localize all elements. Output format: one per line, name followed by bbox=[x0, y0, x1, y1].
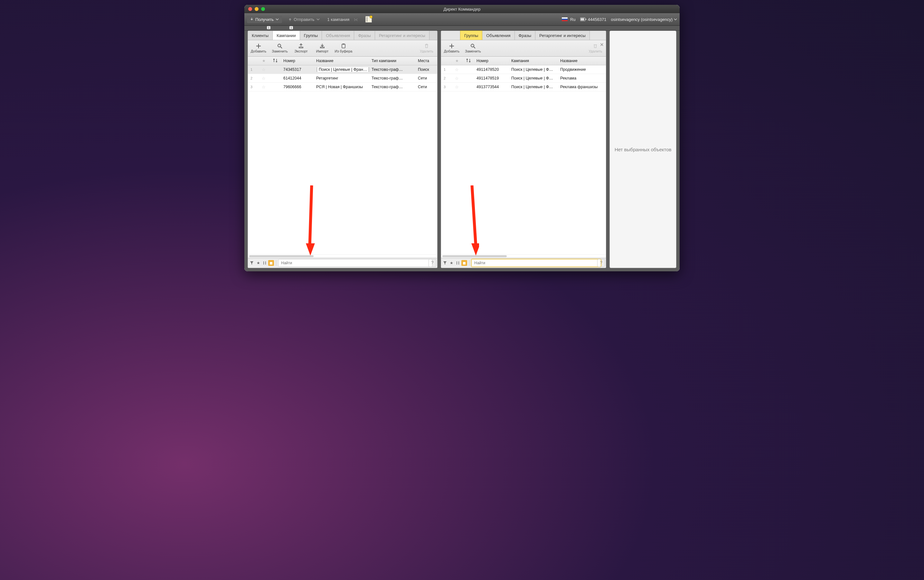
import-button[interactable]: Импорт bbox=[312, 43, 333, 53]
col-name[interactable]: Название bbox=[314, 59, 370, 63]
sort-filter-icon[interactable] bbox=[262, 260, 267, 266]
star-filter-icon[interactable]: ★ bbox=[255, 260, 261, 266]
help-button[interactable]: ? bbox=[597, 259, 605, 267]
star-filter-icon[interactable]: ★ bbox=[449, 260, 454, 266]
svg-rect-2 bbox=[586, 19, 586, 20]
table-row[interactable]: 3☆4913773544Поиск | Целевые | Ф…Реклама … bbox=[441, 83, 606, 91]
mid-table-header: ★ Номер Кампания Название bbox=[441, 57, 606, 65]
add-button[interactable]: Добавить bbox=[441, 43, 462, 53]
mid-actionbar: Добавить Заменить Удалить bbox=[441, 40, 606, 57]
star-toggle[interactable]: ☆ bbox=[258, 76, 269, 81]
star-toggle[interactable]: ☆ bbox=[451, 67, 462, 72]
col-name[interactable]: Название bbox=[558, 59, 599, 63]
plus-icon bbox=[449, 43, 455, 49]
h-scrollbar[interactable] bbox=[441, 254, 606, 258]
inspector-panel: Нет выбранных объектов bbox=[609, 31, 676, 268]
table-row[interactable]: 2☆4911478519Поиск | Целевые | Ф…Реклама bbox=[441, 74, 606, 83]
table-row[interactable]: 3☆79606666РСЯ | Новая | ФраншизыТекстово… bbox=[248, 83, 437, 91]
campaign-place: Поиск bbox=[416, 67, 437, 72]
group-campaign: Поиск | Целевые | Ф… bbox=[509, 67, 558, 72]
row-index: 1 bbox=[442, 68, 451, 71]
sort-filter-icon[interactable] bbox=[455, 260, 461, 266]
search-icon bbox=[277, 43, 283, 49]
empty-text: Нет выбранных объектов bbox=[615, 147, 672, 152]
export-label: Экспорт bbox=[294, 49, 307, 53]
highlight-filter-icon[interactable]: ◼ bbox=[461, 260, 467, 266]
battery-icon bbox=[580, 17, 587, 21]
add-button[interactable]: Добавить bbox=[248, 43, 269, 53]
language-label: Ru bbox=[570, 17, 576, 22]
tab-campaigns[interactable]: Кампании bbox=[273, 31, 300, 40]
star-toggle[interactable]: ☆ bbox=[258, 85, 269, 89]
chevron-down-icon bbox=[674, 18, 677, 21]
tab-retargeting[interactable]: Ретаргетинг и интересы bbox=[535, 31, 590, 40]
star-column-icon[interactable]: ★ bbox=[451, 59, 462, 63]
star-column-icon[interactable]: ★ bbox=[258, 59, 269, 63]
table-row[interactable]: 2☆61412044РетаргетингТекстово-граф…Сети bbox=[248, 74, 437, 83]
star-toggle[interactable]: ☆ bbox=[451, 85, 462, 89]
row-index: 2 bbox=[249, 76, 258, 80]
col-place[interactable]: Места bbox=[416, 59, 437, 63]
send-button[interactable]: Отправить bbox=[285, 16, 323, 23]
group-campaign: Поиск | Целевые | Ф… bbox=[509, 76, 558, 81]
h-scrollbar[interactable] bbox=[248, 254, 437, 258]
close-panel-button[interactable]: ✕ bbox=[600, 42, 604, 48]
import-label: Импорт bbox=[316, 49, 328, 53]
replace-button[interactable]: Заменить bbox=[462, 43, 483, 53]
search-icon bbox=[470, 43, 476, 49]
mid-tabs: Группы Объявления Фразы Ретаргетинг и ин… bbox=[441, 31, 606, 40]
tab-phrases[interactable]: Фразы bbox=[354, 31, 375, 40]
col-number[interactable]: Номер bbox=[281, 59, 314, 63]
group-name: Реклама франшизы bbox=[558, 85, 599, 89]
group-number: 4911478519 bbox=[475, 76, 509, 81]
group-number: 4913773544 bbox=[475, 85, 509, 89]
search-input[interactable] bbox=[471, 259, 601, 267]
star-toggle[interactable]: ☆ bbox=[451, 76, 462, 81]
sort-column-icon[interactable] bbox=[269, 58, 281, 64]
help-button[interactable]: ? bbox=[429, 259, 436, 267]
search-field[interactable] bbox=[278, 259, 427, 267]
tab-groups[interactable]: Группы bbox=[460, 31, 482, 40]
replace-button[interactable]: Заменить bbox=[269, 43, 290, 53]
plus-icon bbox=[256, 43, 261, 49]
table-row[interactable]: 1☆4911478520Поиск | Целевые | Ф…Продвиже… bbox=[441, 65, 606, 74]
group-name: Продвижение bbox=[558, 67, 599, 72]
tab-ads[interactable]: Объявления bbox=[482, 31, 515, 40]
col-campaign[interactable]: Кампания bbox=[509, 59, 558, 63]
table-row[interactable]: 1☆74345317Поиск | Целевые | Фран…Текстов… bbox=[248, 65, 437, 74]
chevron-down-icon bbox=[276, 18, 279, 21]
filter-icon[interactable] bbox=[249, 260, 255, 266]
col-type[interactable]: Тип кампании bbox=[370, 59, 416, 63]
user-menu[interactable]: osintsevagency (osintsevagency) bbox=[611, 17, 677, 22]
search-field[interactable] bbox=[471, 259, 595, 267]
delete-button[interactable]: Удалить bbox=[416, 43, 437, 53]
export-button[interactable]: Экспорт bbox=[290, 43, 312, 53]
tab-groups[interactable]: Группы bbox=[300, 31, 322, 40]
titlebar: Директ Коммандер bbox=[244, 5, 680, 13]
campaign-number: 61412044 bbox=[281, 76, 314, 81]
delete-label: Удалить bbox=[420, 49, 433, 53]
sort-column-icon[interactable] bbox=[462, 58, 475, 64]
tab-clients[interactable]: Клиенты bbox=[248, 31, 273, 40]
clipboard-icon[interactable] bbox=[365, 16, 372, 23]
tab-retargeting[interactable]: Ретаргетинг и интересы bbox=[375, 31, 429, 40]
account-points[interactable]: 44456371 bbox=[580, 17, 607, 22]
search-input[interactable] bbox=[278, 259, 432, 267]
row-index: 2 bbox=[442, 76, 451, 80]
receive-button[interactable]: Получить bbox=[247, 16, 282, 23]
star-toggle[interactable]: ☆ bbox=[258, 67, 269, 72]
tab-strip: 1 1 bbox=[244, 26, 680, 31]
campaign-count: 1 кампания bbox=[327, 17, 350, 22]
from-buffer-button[interactable]: Из буфера bbox=[333, 43, 354, 53]
tab-phrases[interactable]: Фразы bbox=[515, 31, 536, 40]
campaign-place: Сети bbox=[416, 76, 437, 81]
account-number: 44456371 bbox=[588, 17, 607, 22]
campaign-type: Текстово-граф… bbox=[370, 85, 416, 89]
toolbar-separator: ›‹ bbox=[354, 16, 358, 23]
filter-icon[interactable] bbox=[442, 260, 448, 266]
language-switch[interactable]: Ru bbox=[562, 17, 576, 22]
tab-ads[interactable]: Объявления bbox=[322, 31, 354, 40]
highlight-filter-icon[interactable]: ◼ bbox=[268, 260, 274, 266]
col-number[interactable]: Номер bbox=[475, 59, 509, 63]
chevron-down-icon bbox=[317, 18, 320, 21]
